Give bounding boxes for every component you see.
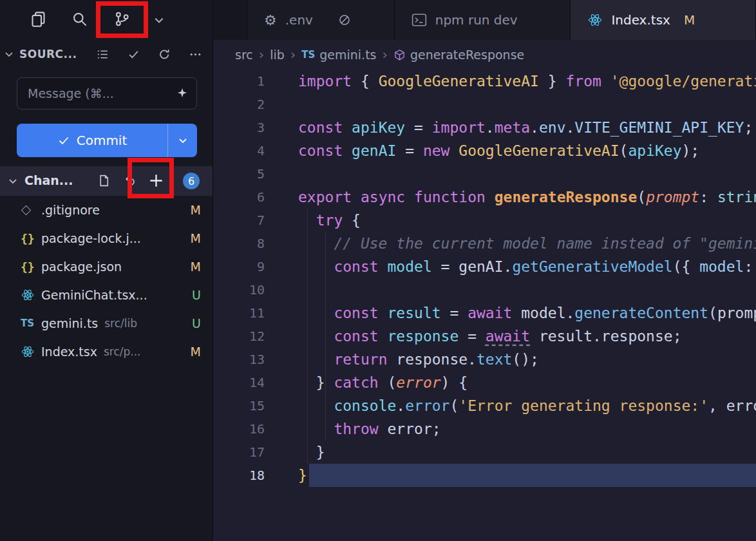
source-control-icon[interactable] <box>113 10 131 28</box>
code-line[interactable]: try { <box>298 209 756 232</box>
breadcrumb-lib[interactable]: lib <box>270 48 285 62</box>
code-line[interactable]: console.error('Error generating response… <box>298 394 756 417</box>
discard-all-changes-icon[interactable] <box>123 174 137 187</box>
file-row-index-tsx[interactable]: Index.tsx src/p... M <box>0 337 213 366</box>
code-token <box>405 185 414 209</box>
code-token: } <box>298 371 334 394</box>
file-path: src/lib <box>104 317 137 330</box>
code-token: = <box>396 139 423 162</box>
commit-check-icon[interactable] <box>127 48 140 61</box>
code-token <box>298 325 334 348</box>
chevron-down-icon[interactable] <box>8 176 18 186</box>
breadcrumb-generate-response[interactable]: generateResponse <box>393 48 524 62</box>
code-token: prompt <box>646 185 699 209</box>
tab-index-tsx[interactable]: Index.tsx M <box>571 0 756 40</box>
chevron-right-icon: › <box>382 47 387 62</box>
code-token: const <box>334 325 378 348</box>
status-untracked: U <box>192 288 201 302</box>
code-token: apiKey <box>352 116 405 139</box>
circle-slash-icon <box>338 14 351 26</box>
code-line[interactable]: const genAI = new GoogleGenerativeAI(api… <box>298 139 756 162</box>
editor-tab-bar: ⚙ .env npm run dev Index.tsx M <box>213 0 756 40</box>
code-token: catch <box>334 371 378 394</box>
code-line[interactable] <box>298 93 756 116</box>
breadcrumb-gemini-ts[interactable]: TS gemini.ts <box>301 48 376 62</box>
file-row-geminichat[interactable]: GeminiChat.tsx... U <box>0 281 213 309</box>
code-token: result.response; <box>530 325 681 348</box>
line-number: 4 <box>213 139 265 162</box>
search-icon[interactable] <box>71 10 88 28</box>
code-token: : <box>699 185 717 209</box>
code-token: prompt <box>717 301 756 325</box>
tab-npm-run-dev[interactable]: npm run dev <box>395 0 571 40</box>
code-token: = <box>405 116 432 139</box>
open-changes-icon[interactable] <box>97 174 111 187</box>
stage-all-changes-icon[interactable] <box>147 172 165 189</box>
code-token: try <box>316 209 343 232</box>
code-token <box>486 185 495 209</box>
code-token: { <box>343 209 361 232</box>
code-token: GoogleGenerativeAI <box>458 139 619 162</box>
file-row-package-json[interactable]: {} package.json M <box>0 252 213 281</box>
code-line[interactable]: } <box>298 441 756 464</box>
code-line[interactable]: return response.text(); <box>298 348 756 371</box>
code-token: model <box>699 255 744 278</box>
code-line[interactable] <box>298 278 756 301</box>
refresh-icon[interactable] <box>158 48 171 61</box>
code-token: from <box>565 70 601 93</box>
code-line[interactable]: throw error; <box>298 417 756 441</box>
code-line[interactable]: const result = await model.generateConte… <box>298 301 756 325</box>
react-file-icon <box>21 288 41 302</box>
code-token: } <box>539 70 566 93</box>
check-icon <box>57 134 70 147</box>
file-row-gemini-ts[interactable]: TS gemini.ts src/lib U <box>0 309 213 337</box>
code-line[interactable]: const model = genAI.getGenerativeModel({… <box>298 255 756 278</box>
commit-button-main[interactable]: Commit <box>17 133 167 148</box>
code-token: generateContent <box>574 301 708 325</box>
line-number: 6 <box>213 185 265 209</box>
code-token: meta <box>495 116 530 139</box>
code-token <box>298 394 334 417</box>
code-token: ; <box>744 116 753 139</box>
view-as-list-icon[interactable] <box>96 48 109 61</box>
code-token: . <box>530 116 539 139</box>
code-token: ({ <box>673 255 700 278</box>
tab-label: Index.tsx <box>611 12 670 28</box>
more-actions-icon[interactable] <box>189 48 202 61</box>
activity-bar <box>0 0 213 40</box>
chevron-right-icon: › <box>259 47 264 62</box>
code-line[interactable] <box>298 162 756 185</box>
commit-button[interactable]: Commit <box>17 124 197 157</box>
breadcrumb-src[interactable]: src <box>235 48 253 62</box>
tab-label: npm run dev <box>435 12 518 28</box>
code-token <box>298 255 334 278</box>
code-token: } <box>298 441 325 464</box>
code-token: async <box>361 185 405 209</box>
file-row-gitignore[interactable]: .gitignore M <box>0 196 213 224</box>
explorer-icon[interactable] <box>30 10 47 28</box>
gear-icon: ⚙ <box>264 12 277 28</box>
breadcrumb: src › lib › TS gemini.ts › generateRespo… <box>213 40 756 70</box>
chevron-down-icon[interactable] <box>153 14 165 26</box>
chevron-down-icon[interactable] <box>4 49 14 59</box>
changes-section-header[interactable]: Chan... 6 <box>0 166 213 196</box>
code-line[interactable]: // Use the current model name instead of… <box>298 232 756 255</box>
commit-dropdown-button[interactable] <box>167 124 197 157</box>
file-row-package-lock[interactable]: {} package-lock.j... M <box>0 224 213 252</box>
code-token: new <box>423 139 450 162</box>
code-token: . <box>486 116 495 139</box>
code-token: env <box>539 116 566 139</box>
code-lines[interactable]: import { GoogleGenerativeAI } from '@goo… <box>265 70 756 541</box>
code-line[interactable]: } catch (error) { <box>298 371 756 394</box>
commit-message-input[interactable]: Message (⌘... <box>17 77 197 109</box>
code-token: . <box>396 394 405 417</box>
code-line[interactable]: const response = await result.response; <box>298 325 756 348</box>
code-line[interactable]: import { GoogleGenerativeAI } from '@goo… <box>298 70 756 93</box>
code-line[interactable]: export async function generateResponse(p… <box>298 185 756 209</box>
code-line[interactable]: } <box>298 464 756 487</box>
line-number: 10 <box>213 278 265 301</box>
tab-env[interactable]: ⚙ .env <box>247 0 395 40</box>
code-editor[interactable]: 123456789101112131415161718 import { Goo… <box>213 70 756 541</box>
generate-commit-message-icon[interactable] <box>176 87 189 100</box>
code-line[interactable]: const apiKey = import.meta.env.VITE_GEMI… <box>298 116 756 139</box>
